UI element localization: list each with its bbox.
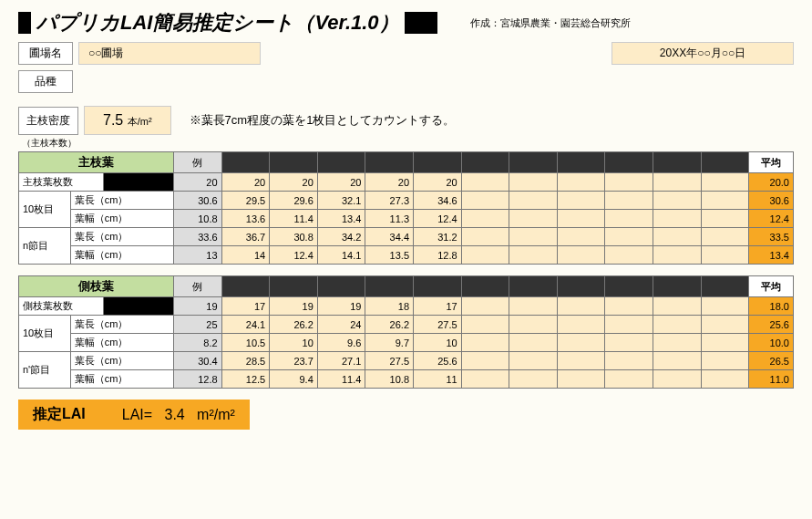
measure-cell[interactable]: 24.1 (221, 316, 270, 334)
measure-cell[interactable]: 27.5 (414, 316, 462, 334)
measure-cell[interactable]: 11.3 (365, 210, 414, 228)
count-cell[interactable] (653, 297, 702, 316)
count-cell[interactable]: 19 (317, 297, 365, 316)
measure-cell[interactable] (509, 316, 558, 334)
measure-cell[interactable] (605, 228, 653, 246)
measure-cell[interactable]: 13.5 (365, 246, 414, 265)
measure-cell[interactable]: 12.5 (221, 370, 270, 389)
measure-cell[interactable] (653, 334, 702, 352)
count-cell[interactable] (461, 173, 509, 192)
measure-cell[interactable] (653, 352, 702, 370)
measure-cell[interactable] (509, 370, 558, 389)
measure-cell[interactable] (461, 370, 509, 389)
measure-cell[interactable] (461, 352, 509, 370)
measure-cell[interactable] (557, 334, 605, 352)
measure-cell[interactable] (509, 210, 558, 228)
measure-cell[interactable]: 24 (317, 316, 365, 334)
count-cell[interactable]: 20 (221, 173, 270, 192)
measure-cell[interactable]: 29.5 (221, 192, 270, 210)
count-cell[interactable] (701, 297, 749, 316)
count-cell[interactable] (653, 173, 702, 192)
measure-cell[interactable] (557, 228, 605, 246)
measure-cell[interactable] (653, 228, 702, 246)
measure-cell[interactable] (557, 316, 605, 334)
measure-cell[interactable] (605, 210, 653, 228)
measure-cell[interactable]: 11.4 (270, 210, 318, 228)
measure-cell[interactable] (701, 210, 749, 228)
count-cell[interactable]: 20 (317, 173, 365, 192)
count-cell[interactable]: 20 (365, 173, 414, 192)
measure-cell[interactable] (653, 192, 702, 210)
measure-cell[interactable] (605, 370, 653, 389)
measure-cell[interactable] (461, 334, 509, 352)
measure-cell[interactable] (653, 316, 702, 334)
count-cell[interactable]: 20 (270, 173, 318, 192)
measure-cell[interactable]: 26.2 (365, 316, 414, 334)
measure-cell[interactable]: 32.1 (317, 192, 365, 210)
measure-cell[interactable]: 11.4 (317, 370, 365, 389)
count-cell[interactable]: 20 (414, 173, 462, 192)
count-cell[interactable] (509, 173, 558, 192)
measure-cell[interactable]: 27.5 (365, 352, 414, 370)
measure-cell[interactable] (461, 210, 509, 228)
count-cell[interactable] (461, 297, 509, 316)
measure-cell[interactable] (557, 210, 605, 228)
measure-cell[interactable] (461, 192, 509, 210)
count-cell[interactable] (605, 173, 653, 192)
measure-cell[interactable] (509, 352, 558, 370)
measure-cell[interactable]: 28.5 (221, 352, 270, 370)
measure-cell[interactable]: 30.8 (270, 228, 318, 246)
measure-cell[interactable] (701, 246, 749, 265)
count-cell[interactable] (701, 173, 749, 192)
measure-cell[interactable]: 27.3 (365, 192, 414, 210)
measure-cell[interactable]: 23.7 (270, 352, 318, 370)
measure-cell[interactable]: 10 (270, 334, 318, 352)
measure-cell[interactable] (701, 352, 749, 370)
measure-cell[interactable]: 27.1 (317, 352, 365, 370)
measure-cell[interactable] (605, 246, 653, 265)
count-cell[interactable] (557, 297, 605, 316)
measure-cell[interactable]: 14 (221, 246, 270, 265)
measure-cell[interactable]: 26.2 (270, 316, 318, 334)
date-value[interactable]: 20XX年○○月○○日 (612, 42, 794, 65)
measure-cell[interactable]: 12.4 (414, 210, 462, 228)
measure-cell[interactable] (557, 352, 605, 370)
measure-cell[interactable]: 12.4 (270, 246, 318, 265)
measure-cell[interactable] (509, 246, 558, 265)
measure-cell[interactable]: 10 (414, 334, 462, 352)
measure-cell[interactable] (461, 228, 509, 246)
count-cell[interactable]: 19 (270, 297, 318, 316)
measure-cell[interactable]: 25.6 (414, 352, 462, 370)
count-cell[interactable]: 18 (365, 297, 414, 316)
measure-cell[interactable] (653, 210, 702, 228)
measure-cell[interactable] (605, 316, 653, 334)
measure-cell[interactable]: 12.8 (414, 246, 462, 265)
measure-cell[interactable] (509, 228, 558, 246)
measure-cell[interactable]: 36.7 (221, 228, 270, 246)
measure-cell[interactable]: 34.6 (414, 192, 462, 210)
measure-cell[interactable]: 34.2 (317, 228, 365, 246)
count-cell[interactable]: 17 (221, 297, 270, 316)
measure-cell[interactable] (461, 246, 509, 265)
measure-cell[interactable] (557, 192, 605, 210)
count-cell[interactable]: 17 (414, 297, 462, 316)
count-cell[interactable] (509, 297, 558, 316)
measure-cell[interactable]: 9.6 (317, 334, 365, 352)
measure-cell[interactable] (557, 370, 605, 389)
measure-cell[interactable]: 10.8 (365, 370, 414, 389)
measure-cell[interactable] (701, 316, 749, 334)
measure-cell[interactable] (701, 192, 749, 210)
measure-cell[interactable] (653, 370, 702, 389)
density-value[interactable]: 7.5 本/m² (84, 106, 171, 135)
measure-cell[interactable]: 31.2 (414, 228, 462, 246)
measure-cell[interactable] (509, 192, 558, 210)
measure-cell[interactable] (701, 228, 749, 246)
measure-cell[interactable]: 9.4 (270, 370, 318, 389)
measure-cell[interactable] (509, 334, 558, 352)
measure-cell[interactable]: 29.6 (270, 192, 318, 210)
measure-cell[interactable] (701, 334, 749, 352)
measure-cell[interactable] (605, 334, 653, 352)
measure-cell[interactable]: 9.7 (365, 334, 414, 352)
measure-cell[interactable] (701, 370, 749, 389)
measure-cell[interactable]: 11 (414, 370, 462, 389)
